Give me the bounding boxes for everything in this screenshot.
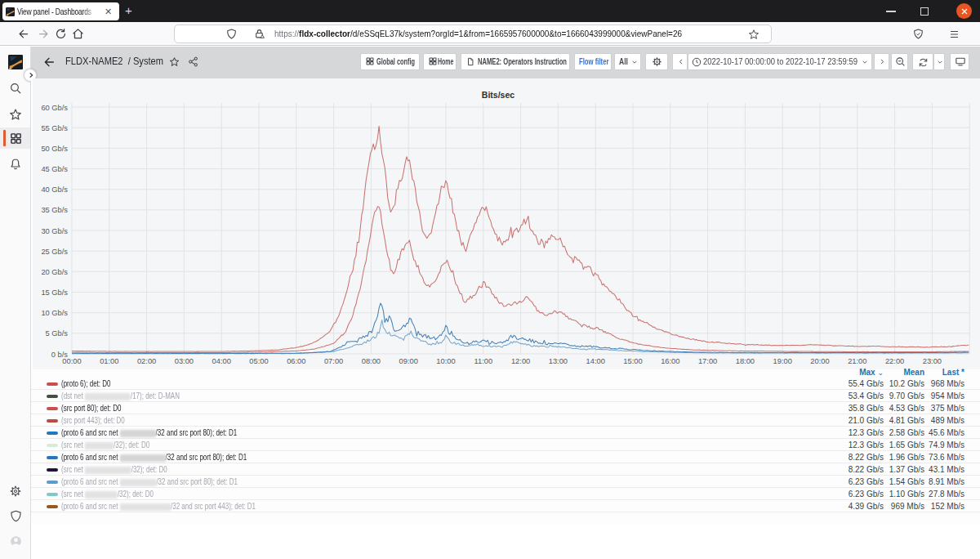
- svg-text:12:00: 12:00: [511, 357, 530, 365]
- svg-text:15:00: 15:00: [623, 357, 642, 365]
- svg-text:08:00: 08:00: [362, 357, 381, 365]
- svg-text:23:00: 23:00: [923, 357, 942, 365]
- svg-text:22:00: 22:00: [885, 357, 904, 365]
- svg-text:07:00: 07:00: [324, 357, 343, 365]
- svg-text:02:00: 02:00: [137, 357, 156, 365]
- svg-text:60 Gb/s: 60 Gb/s: [41, 104, 68, 112]
- svg-text:18:00: 18:00: [736, 357, 755, 365]
- svg-text:06:00: 06:00: [287, 357, 305, 365]
- svg-text:45 Gb/s: 45 Gb/s: [41, 165, 68, 173]
- svg-text:10:00: 10:00: [436, 357, 455, 365]
- svg-text:5 Gb/s: 5 Gb/s: [46, 329, 69, 338]
- svg-text:11:00: 11:00: [474, 357, 493, 365]
- svg-text:05:00: 05:00: [249, 357, 268, 365]
- svg-text:09:00: 09:00: [399, 357, 418, 365]
- svg-text:13:00: 13:00: [549, 357, 568, 365]
- svg-text:55 Gb/s: 55 Gb/s: [41, 124, 68, 132]
- svg-text:50 Gb/s: 50 Gb/s: [41, 145, 68, 153]
- svg-text:10 Gb/s: 10 Gb/s: [41, 309, 68, 317]
- svg-text:35 Gb/s: 35 Gb/s: [41, 206, 68, 214]
- svg-text:00:00: 00:00: [62, 357, 81, 365]
- svg-text:25 Gb/s: 25 Gb/s: [41, 248, 68, 256]
- svg-text:20 Gb/s: 20 Gb/s: [41, 268, 68, 276]
- svg-text:16:00: 16:00: [661, 357, 679, 365]
- svg-text:20:00: 20:00: [810, 357, 829, 365]
- svg-text:01:00: 01:00: [100, 357, 118, 365]
- svg-text:30 Gb/s: 30 Gb/s: [41, 227, 68, 235]
- svg-text:40 Gb/s: 40 Gb/s: [41, 186, 68, 194]
- svg-text:15 Gb/s: 15 Gb/s: [41, 288, 68, 297]
- svg-text:21:00: 21:00: [848, 357, 866, 365]
- svg-text:04:00: 04:00: [212, 357, 231, 365]
- svg-text:19:00: 19:00: [773, 357, 792, 365]
- svg-text:17:00: 17:00: [698, 357, 717, 365]
- svg-text:Bits/sec: Bits/sec: [482, 90, 514, 100]
- svg-text:03:00: 03:00: [175, 357, 194, 365]
- svg-text:14:00: 14:00: [586, 357, 605, 365]
